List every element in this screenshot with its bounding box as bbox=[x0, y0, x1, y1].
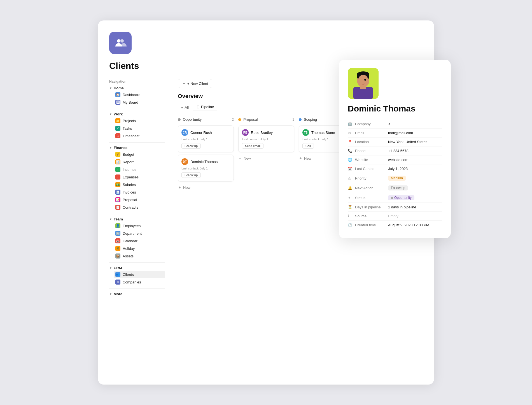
new-client-label: + New Client bbox=[187, 82, 208, 86]
assets-icon: 📦 bbox=[115, 253, 120, 259]
sidebar-item-tasks[interactable]: ✓ Tasks bbox=[114, 125, 165, 132]
grid-icon: ⊞ bbox=[197, 105, 200, 109]
nextaction-icon: 🔔 bbox=[348, 186, 353, 190]
main-card: Clients Navigation ▼ Home 🏠 Dashboard 🅱 bbox=[98, 20, 434, 385]
sidebar-item-label: Assets bbox=[123, 254, 134, 258]
add-new-proposal[interactable]: ＋ New bbox=[238, 155, 294, 162]
nav-section-label: Navigation bbox=[109, 80, 165, 83]
nav-group-home-header[interactable]: ▼ Home bbox=[109, 85, 165, 91]
field-label-priority: Priority bbox=[355, 176, 386, 180]
report-icon: 📊 bbox=[115, 159, 120, 164]
kanban-card-connorrush[interactable]: CR Connor Rush Last contact: July 1 Foll… bbox=[178, 125, 234, 152]
card-action-dominicthomas[interactable]: Follow up bbox=[181, 172, 201, 178]
field-label-status: Status bbox=[355, 196, 386, 200]
sidebar-item-label: Projects bbox=[123, 119, 136, 123]
detail-field-lastcontact: 📅 Last Contact July 1, 2023 bbox=[348, 164, 442, 173]
add-new-opportunity[interactable]: ＋ New bbox=[178, 184, 234, 191]
nav-group-home-label: Home bbox=[114, 86, 124, 90]
sidebar: Navigation ▼ Home 🏠 Dashboard 🅱 My Board bbox=[109, 79, 171, 297]
sidebar-item-incomes[interactable]: ↑ Incomes bbox=[114, 166, 165, 173]
nav-group-crm-label: CRM bbox=[114, 266, 122, 270]
card-person-rosebradley: RB Rose Bradley bbox=[242, 129, 291, 136]
website-icon: 🌐 bbox=[348, 158, 353, 162]
sidebar-item-clients[interactable]: 👥 Clients bbox=[114, 271, 165, 278]
nav-group-team-label: Team bbox=[114, 217, 123, 221]
nav-group-finance-header[interactable]: ▼ Finance bbox=[109, 145, 165, 151]
arrow-icon: ▼ bbox=[109, 218, 112, 221]
sidebar-item-department[interactable]: 🏢 Department bbox=[114, 230, 165, 237]
sidebar-item-budget[interactable]: 💰 Budget bbox=[114, 151, 165, 158]
nav-group-more-header[interactable]: ▼ More bbox=[109, 291, 165, 297]
status-icon: ✦ bbox=[348, 196, 353, 200]
sidebar-item-assets[interactable]: 📦 Assets bbox=[114, 252, 165, 260]
detail-field-phone: 📞 Phone +1 234 5678 bbox=[348, 146, 442, 155]
sidebar-item-dashboard[interactable]: 🏠 Dashboard bbox=[114, 91, 165, 98]
lastcontact-icon: 📅 bbox=[348, 167, 353, 171]
avatar-rosebradley: RB bbox=[242, 129, 249, 136]
card-person-connorrush: CR Connor Rush bbox=[181, 129, 230, 136]
card-name-dominicthomas: Dominic Thomas bbox=[190, 160, 218, 164]
sidebar-item-label: Employees bbox=[123, 224, 141, 228]
card-person-dominicthomas: DT Dominic Thomas bbox=[181, 158, 230, 165]
card-action-thomasstone[interactable]: Call bbox=[302, 143, 314, 149]
field-value-email: mail@mail.com bbox=[388, 131, 442, 135]
plus-icon: ＋ bbox=[178, 185, 181, 190]
detail-field-priority: ⚠ Priority Medium bbox=[348, 173, 442, 183]
sidebar-item-report[interactable]: 📊 Report bbox=[114, 158, 165, 166]
tab-all[interactable]: ≡ All bbox=[178, 104, 192, 111]
sidebar-item-myboard[interactable]: 🅱 My Board bbox=[114, 99, 165, 106]
list-icon: ≡ bbox=[181, 105, 183, 110]
kanban-card-rosebradley[interactable]: RB Rose Bradley Last contact: July 1 Sen… bbox=[238, 125, 294, 152]
sidebar-item-label: Expenses bbox=[123, 175, 139, 179]
phone-icon: 📞 bbox=[348, 149, 353, 153]
tab-all-label: All bbox=[185, 105, 189, 110]
sidebar-item-timesheet[interactable]: ⏱ Timesheet bbox=[114, 132, 165, 139]
detail-field-source: ℹ Source Empty bbox=[348, 212, 442, 221]
field-value-lastcontact: July 1, 2023 bbox=[388, 167, 442, 171]
createdtime-icon: 🕐 bbox=[348, 223, 353, 227]
kanban-column-opportunity: Opportunity 2 CR Connor Rush Last contac… bbox=[178, 116, 234, 191]
nav-group-crm-header[interactable]: ▼ CRM bbox=[109, 265, 165, 271]
sidebar-item-label: Salaries bbox=[123, 183, 136, 187]
plus-icon: ＋ bbox=[238, 156, 242, 161]
field-label-website: Website bbox=[355, 158, 386, 162]
field-value-status: Opportunity bbox=[388, 195, 442, 200]
sidebar-item-companies[interactable]: 🏛 Companies bbox=[114, 278, 165, 286]
email-icon: ✉ bbox=[348, 131, 353, 135]
divider bbox=[109, 109, 165, 109]
sidebar-item-holiday[interactable]: 🌴 Holiday bbox=[114, 245, 165, 252]
col-dot-opportunity bbox=[178, 118, 181, 121]
tab-pipeline[interactable]: ⊞ Pipeline bbox=[193, 103, 217, 111]
avatar-thomasstone: TS bbox=[302, 129, 309, 136]
sidebar-item-proposal[interactable]: 📝 Proposal bbox=[114, 196, 165, 203]
nav-group-team-header[interactable]: ▼ Team bbox=[109, 216, 165, 222]
tasks-icon: ✓ bbox=[115, 126, 120, 131]
nav-group-finance-label: Finance bbox=[114, 146, 127, 150]
dayspipeline-icon: ⏳ bbox=[348, 205, 353, 209]
sidebar-item-contracts[interactable]: 📄 Contracts bbox=[114, 204, 165, 211]
sidebar-item-employees[interactable]: 👤 Employees bbox=[114, 222, 165, 229]
nav-group-work-header[interactable]: ▼ Work bbox=[109, 111, 165, 117]
sidebar-item-expenses[interactable]: ↓ Expenses bbox=[114, 173, 165, 181]
divider bbox=[109, 288, 165, 289]
kanban-card-dominicthomas[interactable]: DT Dominic Thomas Last contact: July 1 F… bbox=[178, 155, 234, 181]
svg-rect-3 bbox=[353, 87, 373, 99]
sidebar-item-salaries[interactable]: 💵 Salaries bbox=[114, 181, 165, 188]
sidebar-item-label: Clients bbox=[123, 273, 134, 277]
sidebar-item-projects[interactable]: 📁 Projects bbox=[114, 117, 165, 124]
sidebar-item-calendar[interactable]: 📅 Calendar bbox=[114, 237, 165, 245]
salaries-icon: 💵 bbox=[115, 182, 120, 187]
card-name-rosebradley: Rose Bradley bbox=[251, 131, 273, 135]
sidebar-item-label: Companies bbox=[123, 280, 141, 284]
card-action-connorrush[interactable]: Follow up bbox=[181, 143, 201, 149]
incomes-icon: ↑ bbox=[115, 167, 120, 172]
sidebar-item-invoices[interactable]: 🧾 Invoices bbox=[114, 188, 165, 196]
new-client-button[interactable]: ＋ + New Client bbox=[178, 79, 212, 88]
field-label-lastcontact: Last Contact bbox=[355, 167, 386, 171]
nav-group-work-label: Work bbox=[114, 112, 123, 116]
add-new-label: New bbox=[244, 156, 251, 160]
card-action-rosebradley[interactable]: Send email bbox=[242, 143, 263, 149]
col-dot-proposal bbox=[238, 118, 241, 121]
sidebar-item-label: Invoices bbox=[123, 190, 136, 194]
detail-field-nextaction: 🔔 Next Action Follow up bbox=[348, 183, 442, 193]
